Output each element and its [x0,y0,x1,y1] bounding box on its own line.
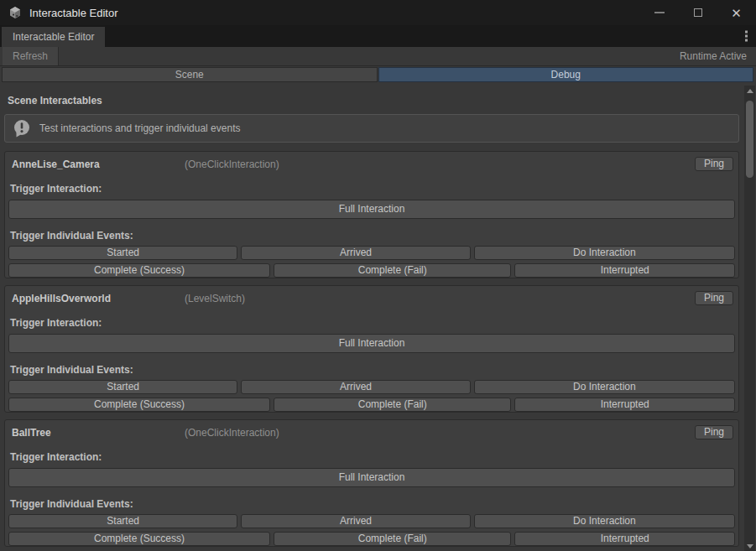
window-controls: ✕ [629,3,756,22]
interactable-section: BallTree (OneClickInteraction) Ping Trig… [4,419,739,547]
trigger-interaction-label: Trigger Interaction: [10,183,733,195]
complete-fail-button[interactable]: Complete (Fail) [274,532,511,546]
interactable-type: (OneClickInteraction) [185,427,279,439]
tab-interactable-editor[interactable]: Interactable Editor [2,27,105,47]
full-interaction-button[interactable]: Full Interaction [8,200,735,219]
info-text: Test interactions and trigger individual… [39,122,240,134]
interactable-editor-window: Interactable Editor ✕ Interactable Edito… [0,0,756,551]
event-button-row: Started Arrived Do Interaction [8,246,735,260]
minimize-icon [654,12,665,13]
complete-fail-button[interactable]: Complete (Fail) [274,263,511,278]
do-interaction-button[interactable]: Do Interaction [474,246,735,260]
maximize-icon [694,8,702,17]
section-header: AppleHillsOverworld (LevelSwitch) Ping [10,292,733,307]
scroll-down-button[interactable] [744,541,755,551]
alert-bubble-icon [12,118,32,138]
info-box: Test interactions and trigger individual… [4,114,739,143]
arrived-button[interactable]: Arrived [241,514,470,528]
scroll-up-button[interactable] [744,86,755,96]
started-button[interactable]: Started [8,514,237,528]
event-button-row: Started Arrived Do Interaction [8,380,735,394]
full-interaction-button[interactable]: Full Interaction [8,334,735,353]
trigger-interaction-label: Trigger Interaction: [10,451,733,463]
trigger-events-label: Trigger Individual Events: [10,498,733,510]
interactable-name: AppleHillsOverworld [12,293,111,304]
trigger-events-label: Trigger Individual Events: [10,364,733,376]
chevron-up-icon [747,89,753,93]
complete-success-button[interactable]: Complete (Success) [8,532,270,546]
tab-debug[interactable]: Debug [378,67,754,82]
window-title: Interactable Editor [29,7,118,19]
complete-success-button[interactable]: Complete (Success) [8,398,270,412]
started-button[interactable]: Started [8,246,237,260]
trigger-interaction-label: Trigger Interaction: [10,317,733,329]
editor-tabstrip: Interactable Editor [0,25,756,47]
event-button-row: Started Arrived Do Interaction [8,514,735,528]
arrived-button[interactable]: Arrived [241,380,470,394]
interactable-name: BallTree [12,427,51,439]
debug-panel: Scene Interactables Test interactions an… [0,84,756,551]
interrupted-button[interactable]: Interrupted [514,532,735,546]
ping-button[interactable]: Ping [695,291,733,305]
interrupted-button[interactable]: Interrupted [514,398,735,412]
maximize-button[interactable] [689,3,706,22]
trigger-events-label: Trigger Individual Events: [10,230,733,242]
mode-tabs: Scene Debug [2,67,753,82]
minimize-button[interactable] [650,3,668,22]
chevron-down-icon [747,544,753,548]
interactable-name: AnneLise_Camera [12,159,100,170]
kebab-menu-icon[interactable] [745,31,748,42]
complete-fail-button[interactable]: Complete (Fail) [274,398,511,412]
unity-cube-icon [8,6,22,19]
event-button-row: Complete (Success) Complete (Fail) Inter… [8,532,735,546]
started-button[interactable]: Started [8,380,237,394]
close-button[interactable]: ✕ [727,3,745,22]
refresh-button[interactable]: Refresh [3,47,59,65]
section-header: BallTree (OneClickInteraction) Ping [10,426,733,441]
vertical-scrollbar[interactable] [744,86,755,551]
section-header: AnneLise_Camera (OneClickInteraction) Pi… [10,158,733,173]
event-button-row: Complete (Success) Complete (Fail) Inter… [8,263,735,278]
do-interaction-button[interactable]: Do Interaction [474,514,735,528]
interactable-section: AppleHillsOverworld (LevelSwitch) Ping T… [4,285,739,413]
ping-button[interactable]: Ping [695,425,733,439]
event-button-row: Complete (Success) Complete (Fail) Inter… [8,398,735,412]
ping-button[interactable]: Ping [695,157,733,171]
interrupted-button[interactable]: Interrupted [514,263,735,278]
do-interaction-button[interactable]: Do Interaction [474,380,735,394]
runtime-active-label: Runtime Active [680,47,756,65]
close-icon: ✕ [731,7,742,19]
tab-scene[interactable]: Scene [2,67,378,82]
titlebar: Interactable Editor ✕ [0,0,756,25]
interactable-type: (OneClickInteraction) [185,159,279,170]
scrollbar-thumb[interactable] [746,101,753,178]
complete-success-button[interactable]: Complete (Success) [8,263,270,278]
full-interaction-button[interactable]: Full Interaction [8,468,735,487]
interactable-section: AnneLise_Camera (OneClickInteraction) Pi… [4,151,739,278]
page-title: Scene Interactables [8,95,739,107]
interactable-type: (LevelSwitch) [185,293,245,304]
toolbar: Refresh Runtime Active [0,47,756,66]
arrived-button[interactable]: Arrived [241,246,470,260]
